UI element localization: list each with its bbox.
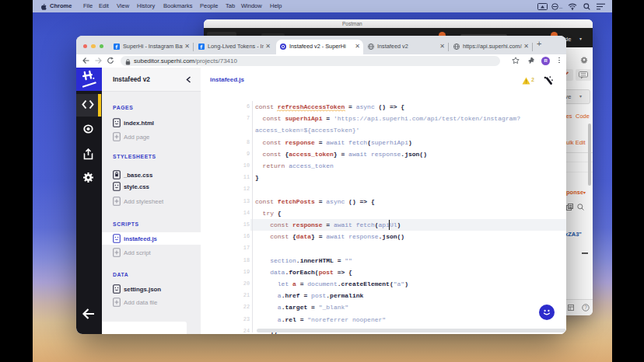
- svg-text:?: ?: [584, 305, 587, 310]
